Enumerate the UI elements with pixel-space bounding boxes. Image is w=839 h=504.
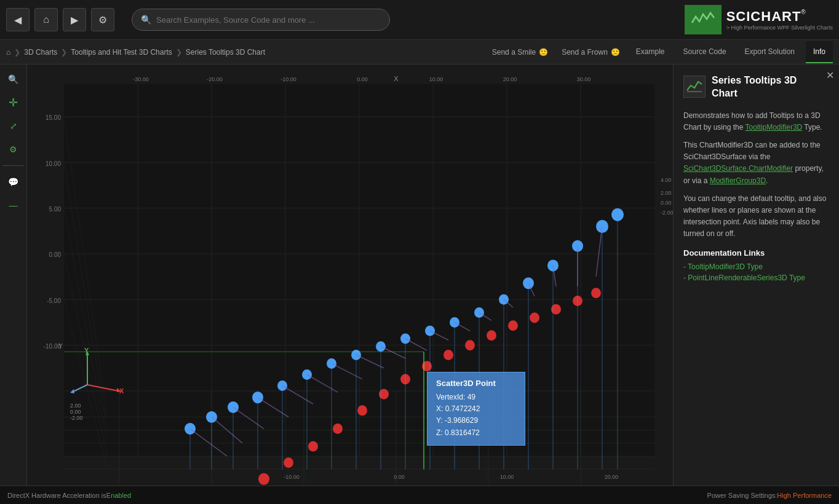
tab-example[interactable]: Example (629, 41, 672, 63)
svg-text:-10.00: -10.00 (44, 343, 62, 350)
svg-text:-5.00: -5.00 (47, 297, 61, 304)
tooltip-vertex: VertexId: 49 (436, 392, 516, 403)
tab-export-solution[interactable]: Export Solution (738, 41, 802, 63)
svg-point-53 (258, 473, 269, 485)
breadcrumb-series-tooltips[interactable]: Series Tooltips 3D Chart (186, 48, 265, 57)
zoom-tool-button[interactable]: 🔍 (4, 69, 23, 89)
svg-point-64 (508, 320, 518, 331)
svg-point-62 (465, 340, 475, 350)
logo-text: SCICHART (726, 9, 801, 25)
svg-point-56 (333, 423, 343, 434)
back-button[interactable]: ◀ (6, 8, 30, 31)
comment-tool-button[interactable]: 💬 (4, 172, 23, 192)
breadcrumb-sep-0: ❯ (14, 48, 20, 57)
svg-text:5.00: 5.00 (49, 206, 62, 213)
fit-tool-button[interactable]: ⤢ (4, 116, 23, 136)
toolbar-separator (2, 165, 23, 166)
modifier-group-link[interactable]: ModifierGroup3D (710, 176, 766, 185)
tooltip-z: Z: 0.8316472 (436, 427, 516, 439)
svg-text:10.00: 10.00 (46, 160, 61, 167)
power-status: High Performance (777, 492, 832, 499)
breadcrumb-sep-2: ❯ (176, 48, 182, 57)
doc-link-point-line[interactable]: - PointLineRenderableSeries3D Type (683, 274, 829, 282)
panel-header: Series Tooltips 3D Chart (683, 74, 829, 100)
svg-point-55 (308, 441, 318, 452)
svg-text:-30.00: -30.00 (133, 76, 148, 82)
tooltip-popup: Scatter3D Point VertexId: 49 X: 0.747224… (427, 372, 525, 446)
svg-text:20.00: 20.00 (503, 76, 517, 82)
svg-line-135 (87, 385, 118, 391)
status-prefix: DirectX Hardware Acceleration is (7, 492, 106, 499)
tooltip-title: Scatter3D Point (436, 379, 516, 388)
send-frown-label: Send a Frown (562, 48, 608, 57)
forward-button[interactable]: ▶ (63, 8, 86, 31)
svg-text:30.00: 30.00 (577, 76, 590, 82)
main-area: 🔍 ✛ ⤢ ⚙ 💬 — (0, 65, 839, 486)
panel-desc-3: You can change the default tooltip, and … (683, 193, 829, 240)
svg-text:-10.00: -10.00 (280, 76, 296, 82)
svg-point-66 (551, 304, 561, 315)
send-smile-button[interactable]: Send a Smile 🙂 (487, 45, 553, 59)
svg-text:10.00: 10.00 (500, 474, 514, 480)
panel-desc-2: This ChartModifier3D can be added to the… (683, 140, 829, 187)
breadcrumb-3d-charts[interactable]: 3D Charts (24, 48, 57, 57)
panel-close-button[interactable]: ✕ (826, 69, 834, 81)
panel-desc-1: Demonstrates how to add Tooltips to a 3D… (683, 110, 829, 133)
send-frown-button[interactable]: Send a Frown 🙁 (557, 45, 625, 59)
power-prefix: Power Saving Settings: (707, 492, 777, 499)
svg-point-68 (591, 288, 601, 298)
svg-point-65 (530, 313, 539, 323)
tooltip-x: X: 0.7472242 (436, 403, 516, 415)
home-button[interactable]: ⌂ (34, 8, 58, 31)
axis-indicator: Y X 2.00 0.00 -2.00 (69, 348, 130, 400)
svg-text:0.00: 0.00 (661, 200, 671, 206)
svg-text:4.00: 4.00 (661, 177, 671, 183)
svg-point-57 (357, 405, 367, 415)
svg-point-63 (487, 330, 496, 341)
svg-text:Y: Y (84, 348, 89, 354)
doc-links-header: Documentation Links (683, 248, 829, 258)
search-bar: 🔍 (132, 9, 390, 31)
svg-text:2.00: 2.00 (661, 190, 671, 196)
svg-text:20.00: 20.00 (605, 474, 618, 480)
doc-link-tooltip-modifier[interactable]: - TooltipModifier3D Type (683, 262, 829, 271)
svg-text:0.00: 0.00 (49, 251, 62, 258)
svg-point-54 (284, 457, 293, 468)
svg-text:0.00: 0.00 (357, 76, 367, 82)
tooltip-modifier-link-1[interactable]: TooltipModifier3D (746, 123, 803, 132)
settings-tool-button[interactable]: ⚙ (4, 140, 23, 159)
panel-title: Series Tooltips 3D Chart (712, 74, 817, 100)
status-bar: DirectX Hardware Acceleration is Enabled… (0, 486, 839, 504)
scichart-surface-link[interactable]: SciChart3DSurface.ChartModifier (683, 164, 793, 173)
settings-button[interactable]: ⚙ (91, 8, 114, 31)
svg-text:-2.00: -2.00 (661, 210, 673, 216)
status-enabled: Enabled (106, 492, 131, 499)
svg-text:10.00: 10.00 (429, 76, 443, 82)
logo-text-area: SCICHART ® > High Performance WPF Silver… (726, 9, 833, 31)
svg-point-61 (443, 350, 453, 360)
logo-superscript: ® (801, 9, 805, 15)
svg-text:15.00: 15.00 (46, 114, 61, 121)
tab-source-code[interactable]: Source Code (676, 41, 734, 63)
logo-area: SCICHART ® > High Performance WPF Silver… (685, 5, 833, 34)
frown-icon: 🙁 (611, 48, 620, 57)
breadcrumb-home[interactable]: ⌂ (6, 48, 10, 57)
left-toolbar: 🔍 ✛ ⤢ ⚙ 💬 — (0, 65, 27, 486)
search-input[interactable] (156, 15, 381, 25)
panel-icon (683, 76, 706, 98)
minus-tool-button[interactable]: — (4, 195, 23, 215)
svg-text:-20.00: -20.00 (207, 76, 222, 82)
svg-text:X: X (119, 387, 124, 395)
svg-point-58 (379, 389, 389, 400)
logo-subtext: > High Performance WPF Silverlight Chart… (726, 25, 833, 31)
svg-marker-139 (70, 389, 74, 393)
chart-area[interactable]: X Z Y 15.00 10.00 5.00 0.00 -5.00 -10.00… (27, 65, 673, 486)
svg-text:-10.00: -10.00 (284, 474, 299, 480)
tab-info[interactable]: Info (806, 41, 833, 63)
breadcrumb-bar: ⌂ ❯ 3D Charts ❯ Tooltips and Hit Test 3D… (0, 40, 839, 65)
breadcrumb-tooltips[interactable]: Tooltips and Hit Test 3D Charts (71, 48, 172, 57)
search-icon: 🔍 (141, 15, 151, 25)
pan-tool-button[interactable]: ✛ (4, 93, 23, 112)
chart-svg: X Z Y 15.00 10.00 5.00 0.00 -5.00 -10.00… (27, 65, 673, 486)
send-smile-label: Send a Smile (492, 48, 536, 57)
